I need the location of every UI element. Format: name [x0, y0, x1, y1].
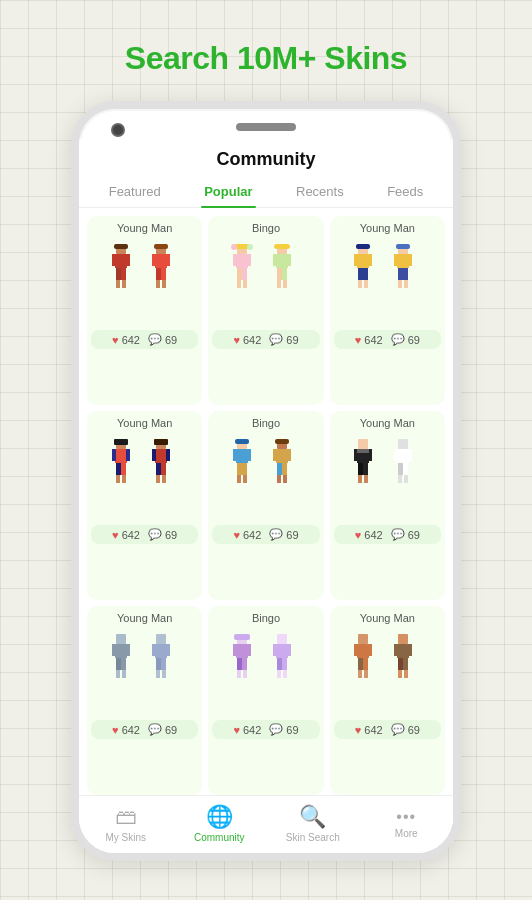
svg-rect-148: [358, 670, 362, 678]
svg-rect-152: [394, 644, 398, 656]
svg-rect-106: [403, 463, 408, 475]
skin-card-3[interactable]: Young Man: [330, 216, 445, 405]
svg-rect-17: [154, 244, 168, 249]
heart-icon: ♥: [112, 334, 119, 346]
svg-rect-134: [277, 634, 287, 644]
svg-rect-88: [282, 463, 287, 475]
skin-card-7[interactable]: Young Man: [87, 606, 202, 795]
svg-rect-135: [276, 644, 288, 658]
svg-rect-63: [122, 475, 126, 483]
svg-rect-22: [237, 268, 242, 280]
skin-card-8[interactable]: Bingo: [208, 606, 323, 795]
comments-9: 69: [408, 724, 420, 736]
tab-recents[interactable]: Recents: [286, 176, 354, 207]
community-icon: 🌐: [206, 804, 233, 830]
svg-rect-62: [116, 475, 120, 483]
svg-rect-8: [114, 244, 128, 249]
svg-rect-126: [236, 644, 248, 658]
skin-card-6[interactable]: Young Man: [330, 411, 445, 600]
tab-featured[interactable]: Featured: [99, 176, 171, 207]
nav-community-label: Community: [194, 832, 245, 843]
svg-rect-50: [408, 254, 412, 266]
svg-rect-87: [277, 463, 282, 475]
tab-feeds[interactable]: Feeds: [377, 176, 433, 207]
svg-rect-19: [236, 254, 248, 268]
skin-image-4: [91, 433, 198, 521]
svg-rect-73: [154, 439, 168, 445]
svg-rect-84: [276, 449, 288, 463]
svg-rect-129: [237, 658, 242, 670]
likes-4: 642: [122, 529, 140, 541]
svg-rect-2: [112, 254, 116, 266]
svg-rect-128: [247, 644, 251, 656]
svg-rect-41: [368, 254, 372, 266]
svg-rect-109: [116, 634, 126, 644]
comments-2: 69: [286, 334, 298, 346]
svg-rect-85: [273, 449, 277, 461]
svg-rect-7: [122, 280, 126, 288]
svg-rect-35: [277, 280, 281, 288]
svg-rect-70: [161, 463, 166, 475]
comments-5: 69: [286, 529, 298, 541]
nav-community[interactable]: 🌐 Community: [189, 804, 249, 843]
phone-mockup: Community Featured Popular Recents Feeds…: [71, 101, 461, 861]
likes-6: 642: [364, 529, 382, 541]
svg-rect-23: [242, 268, 247, 280]
likes-1: 642: [122, 334, 140, 346]
svg-rect-13: [156, 268, 161, 280]
likes-2: 642: [243, 334, 261, 346]
svg-rect-15: [156, 280, 160, 288]
svg-rect-51: [398, 268, 403, 280]
svg-rect-16: [162, 280, 166, 288]
svg-rect-139: [282, 658, 287, 670]
svg-rect-92: [358, 439, 368, 449]
likes-3: 642: [364, 334, 382, 346]
chat-icon-9: 💬: [391, 723, 405, 736]
svg-rect-103: [394, 449, 398, 461]
svg-rect-119: [152, 644, 156, 656]
nav-my-skins[interactable]: 🗃 My Skins: [96, 804, 156, 843]
skin-label-3: Young Man: [360, 222, 415, 234]
phone-screen: Community Featured Popular Recents Feeds…: [79, 139, 453, 853]
chat-icon-6: 💬: [391, 528, 405, 541]
svg-rect-78: [237, 463, 242, 475]
likes-8: 642: [243, 724, 261, 736]
svg-rect-32: [287, 254, 291, 266]
phone-top-bar: [79, 109, 453, 139]
nav-more[interactable]: ••• More: [376, 808, 436, 839]
skin-stats-2: ♥642 💬69: [212, 330, 319, 349]
svg-rect-58: [112, 449, 116, 461]
svg-rect-24: [237, 280, 241, 288]
skin-card-9[interactable]: Young Man: [330, 606, 445, 795]
svg-rect-46: [356, 244, 370, 249]
svg-rect-91: [275, 439, 289, 444]
skin-image-5: [212, 433, 319, 521]
svg-rect-67: [152, 449, 156, 461]
tab-popular[interactable]: Popular: [194, 176, 262, 207]
svg-rect-124: [162, 670, 166, 678]
skin-image-7: [91, 628, 198, 716]
skin-image-8: [212, 628, 319, 716]
svg-rect-76: [233, 449, 237, 461]
svg-rect-136: [273, 644, 277, 656]
svg-rect-40: [354, 254, 358, 266]
nav-my-skins-label: My Skins: [105, 832, 146, 843]
svg-rect-100: [357, 449, 369, 453]
heart-icon-2: ♥: [233, 334, 240, 346]
svg-rect-157: [404, 670, 408, 678]
svg-rect-21: [247, 254, 251, 266]
svg-rect-42: [358, 268, 363, 280]
svg-rect-97: [363, 463, 368, 475]
nav-skin-search[interactable]: 🔍 Skin Search: [283, 804, 343, 843]
heart-icon-6: ♥: [355, 529, 362, 541]
skin-card-2[interactable]: Bingo: [208, 216, 323, 405]
svg-rect-3: [126, 254, 130, 266]
likes-5: 642: [243, 529, 261, 541]
skin-card-1[interactable]: Young Man: [87, 216, 202, 405]
svg-rect-104: [408, 449, 412, 461]
skin-card-4[interactable]: Young Man: [87, 411, 202, 600]
skin-card-5[interactable]: Bingo: [208, 411, 323, 600]
svg-rect-53: [398, 280, 402, 288]
heart-icon-3: ♥: [355, 334, 362, 346]
skin-label-9: Young Man: [360, 612, 415, 624]
